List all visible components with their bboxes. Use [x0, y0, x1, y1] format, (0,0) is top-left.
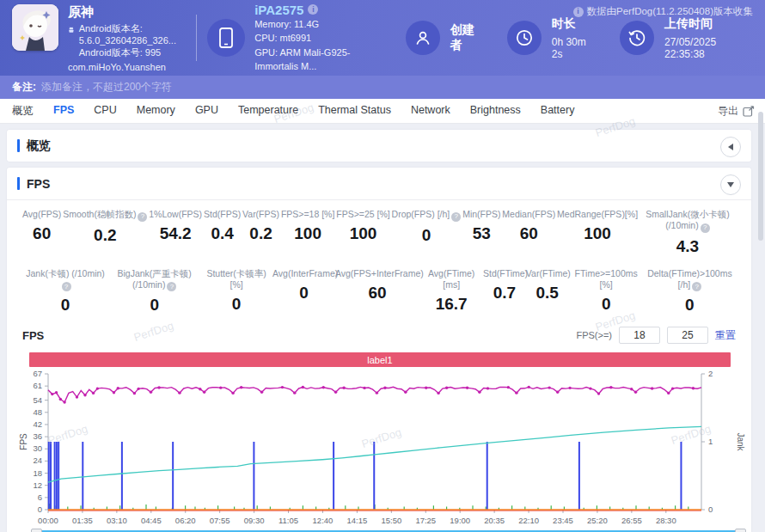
android-version-name: Android版本名: 5.6.0_32604286_326... — [79, 23, 194, 47]
tab-brightness[interactable]: Brightness — [470, 104, 521, 119]
help-icon[interactable]: ? — [692, 282, 701, 291]
stat-label: Var(FTime) — [526, 268, 569, 279]
tab-battery[interactable]: Battery — [541, 104, 575, 119]
stat-value: 0 — [272, 284, 335, 303]
svg-text:61: 61 — [33, 381, 42, 390]
app-package: com.miHoYo.Yuanshen — [68, 62, 194, 74]
tab-thermal-status[interactable]: Thermal Status — [318, 104, 391, 119]
fps-card: FPS Avg(FPS)60Smooth(稳帧指数)?0.21%Low(FPS)… — [7, 168, 751, 532]
stat-value: 100 — [336, 224, 389, 243]
stat-item: Delta(FTime)>100ms [/h]?0 — [644, 268, 736, 315]
tab-network[interactable]: Network — [411, 104, 450, 119]
svg-text:26:55: 26:55 — [621, 516, 642, 525]
stat-label: Std(FTime) — [483, 268, 526, 279]
info-icon: i — [573, 7, 584, 17]
page-scrollbar[interactable] — [758, 112, 763, 241]
chevron-left-icon — [728, 144, 733, 150]
help-icon[interactable]: ? — [451, 212, 461, 222]
creator-block: 创建者 — [406, 21, 483, 55]
note-bar[interactable]: 备注: 添加备注，不超过200个字符 — [0, 76, 765, 99]
fps-chart-svg[interactable]: 0612182430364248546167012FPSJank00:0001:… — [19, 367, 746, 525]
stat-value: 0.7 — [483, 284, 526, 303]
stat-item: Avg(FPS+InterFrame)60 — [335, 268, 419, 315]
stat-item: Var(FTime)0.5 — [526, 268, 569, 315]
tab-概览[interactable]: 概览 — [12, 104, 34, 119]
stat-item: Median(FPS)60 — [502, 209, 555, 256]
overview-collapse-button[interactable] — [720, 137, 741, 157]
stat-item: Smooth(稳帧指数)?0.2 — [63, 209, 147, 256]
stat-value: 53 — [462, 224, 500, 243]
fps-chart-title: FPS — [22, 329, 44, 342]
help-icon[interactable]: ? — [62, 282, 71, 291]
svg-text:17:25: 17:25 — [415, 516, 436, 525]
section-accent-bar — [17, 139, 20, 152]
tab-memory[interactable]: Memory — [137, 104, 175, 119]
fps-threshold-input-1[interactable] — [619, 327, 660, 344]
stat-label: Avg(InterFrame) — [272, 268, 335, 279]
svg-text:Jank: Jank — [736, 433, 745, 452]
svg-text:67: 67 — [33, 369, 42, 378]
chevron-down-icon — [727, 182, 734, 187]
stat-item: SmallJank(微小卡顿) (/10min)?4.3 — [640, 209, 736, 256]
reset-button[interactable]: 重置 — [715, 328, 736, 343]
tab-gpu[interactable]: GPU — [195, 104, 218, 119]
tab-cpu[interactable]: CPU — [94, 104, 116, 119]
fps-threshold-input-2[interactable] — [667, 327, 708, 344]
svg-text:18: 18 — [33, 468, 42, 478]
stat-item: FTime>=100ms [%]0 — [569, 268, 644, 315]
header-divider — [196, 15, 197, 61]
svg-text:28:30: 28:30 — [656, 516, 676, 525]
stat-value: 0 — [644, 296, 736, 315]
overview-card: 概览 — [7, 130, 751, 162]
scrollbar-right-handle[interactable] — [735, 529, 746, 532]
stat-item: FPS>=18 [%]100 — [281, 209, 334, 256]
stat-value: 100 — [557, 224, 638, 243]
stat-label: Drop(FPS) [/h]? — [392, 209, 462, 222]
stat-label: MedRange(FPS)[%] — [557, 209, 638, 220]
stat-item: FPS>=25 [%]100 — [336, 209, 389, 256]
header: 原神 Android版本名: 5.6.0_32604286_326... And… — [0, 0, 765, 76]
stat-value: 0 — [392, 226, 462, 245]
tab-temperature[interactable]: Temperature — [238, 104, 298, 119]
export-button[interactable]: 导出 — [718, 99, 755, 123]
tab-fps[interactable]: FPS — [53, 104, 74, 119]
duration-block: 时长 0h 30m 2s — [507, 16, 596, 60]
stat-label: FPS>=18 [%] — [281, 209, 334, 220]
stat-label: BigJank(严重卡顿) (/10min)? — [108, 268, 200, 292]
app-title: 原神 — [68, 4, 194, 21]
svg-text:6: 6 — [38, 492, 42, 502]
stat-value: 0.2 — [242, 224, 279, 243]
stat-item: Drop(FPS) [/h]?0 — [392, 209, 462, 256]
device-info-icon[interactable]: i — [308, 4, 318, 15]
stat-label: FTime>=100ms [%] — [569, 268, 644, 290]
stat-value: 16.7 — [419, 295, 483, 314]
stat-value: 60 — [502, 224, 555, 243]
fps-filter-label: FPS(>=) — [576, 330, 612, 340]
stat-item: BigJank(严重卡顿) (/10min)?0 — [108, 268, 200, 315]
stat-label: Min(FPS) — [462, 209, 500, 220]
svg-text:12: 12 — [33, 480, 42, 490]
svg-text:06:20: 06:20 — [175, 516, 196, 525]
note-placeholder[interactable]: 添加备注，不超过200个字符 — [41, 80, 172, 95]
help-icon[interactable]: ? — [701, 223, 710, 233]
overview-title: 概览 — [27, 138, 51, 154]
chart-label-band[interactable]: label1 — [29, 352, 731, 367]
help-icon[interactable]: ? — [138, 212, 147, 222]
stat-label: Smooth(稳帧指数)? — [63, 209, 147, 222]
fps-collapse-button[interactable] — [720, 174, 741, 195]
stat-item: Avg(FPS)60 — [22, 209, 61, 256]
svg-text:48: 48 — [33, 407, 42, 417]
svg-text:14:15: 14:15 — [347, 516, 368, 525]
device-cpu: CPU: mt6991 — [254, 31, 382, 46]
tab-bar: 概览FPSCPUMemoryGPUTemperatureThermal Stat… — [0, 99, 765, 124]
svg-text:23:45: 23:45 — [553, 516, 573, 525]
stat-item: Std(FTime)0.7 — [483, 268, 526, 315]
svg-text:1: 1 — [708, 437, 713, 446]
svg-text:12:40: 12:40 — [313, 516, 334, 525]
stat-item: MedRange(FPS)[%]100 — [557, 209, 638, 256]
scrollbar-left-handle[interactable] — [31, 529, 42, 532]
help-icon[interactable]: ? — [167, 282, 176, 291]
svg-text:03:10: 03:10 — [107, 516, 127, 525]
stat-value: 0 — [22, 296, 108, 315]
svg-text:07:55: 07:55 — [210, 516, 230, 525]
